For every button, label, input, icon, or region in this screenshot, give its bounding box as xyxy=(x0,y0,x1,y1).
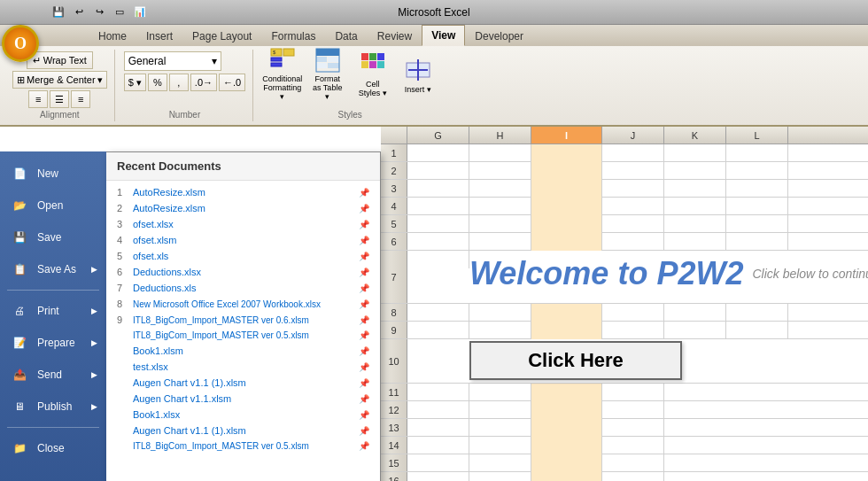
currency-button[interactable]: $ ▾ xyxy=(124,74,146,91)
menu-item-new[interactable]: 📄 New xyxy=(0,159,106,189)
menu-item-print[interactable]: 🖨 Print ▶ xyxy=(0,296,106,326)
cell-H5[interactable] xyxy=(469,215,531,233)
menu-item-send[interactable]: 📤 Send ▶ xyxy=(0,360,106,390)
cell-H3[interactable] xyxy=(469,180,531,198)
cell-I5[interactable] xyxy=(531,215,602,233)
click-here-button[interactable]: Click Here xyxy=(469,341,682,380)
increase-decimal-button[interactable]: .0→ xyxy=(190,74,217,91)
cell-K5[interactable] xyxy=(664,215,726,233)
comma-button[interactable]: , xyxy=(169,74,189,91)
recent-doc-17[interactable]: ITL8_BigCom_Import_MASTER ver 0.5.xlsm 📌 xyxy=(106,438,380,454)
cell-L8[interactable] xyxy=(726,304,788,322)
align-center-button[interactable]: ☰ xyxy=(50,90,69,108)
undo-qat-button[interactable]: ↩ xyxy=(70,4,88,21)
align-left-button[interactable]: ≡ xyxy=(28,90,48,108)
cell-I9[interactable] xyxy=(531,322,602,339)
recent-doc-2[interactable]: 2 AutoResize.xlsm 📌 xyxy=(106,200,380,216)
cell-L4[interactable] xyxy=(726,198,788,215)
cell-K2[interactable] xyxy=(664,162,726,180)
cell-J8[interactable] xyxy=(602,304,664,322)
cell-I11[interactable] xyxy=(531,384,602,401)
cell-G1[interactable] xyxy=(407,144,469,162)
menu-item-save[interactable]: 💾 Save xyxy=(0,222,106,252)
menu-item-saveas[interactable]: 📋 Save As ▶ xyxy=(0,254,106,284)
recent-doc-12[interactable]: test.xlsx 📌 xyxy=(106,359,380,375)
tab-home[interactable]: Home xyxy=(89,25,136,46)
cell-H16[interactable] xyxy=(469,472,531,481)
recent-doc-9[interactable]: 9 ITL8_BigCom_Import_MASTER ver 0.6.xlsm… xyxy=(106,312,380,328)
cell-I3[interactable] xyxy=(531,180,602,198)
cell-J1[interactable] xyxy=(602,144,664,162)
cell-I14[interactable] xyxy=(531,437,602,454)
cell-J15[interactable] xyxy=(602,454,664,472)
tab-view[interactable]: View xyxy=(422,25,465,46)
cell-I13[interactable] xyxy=(531,419,602,437)
tab-developer[interactable]: Developer xyxy=(465,25,533,46)
office-button[interactable]: O xyxy=(2,25,39,62)
cell-J6[interactable] xyxy=(602,233,664,251)
cell-L6[interactable] xyxy=(726,233,788,251)
cell-H11[interactable] xyxy=(469,384,531,401)
menu-item-prepare[interactable]: 📝 Prepare ▶ xyxy=(0,328,106,358)
align-right-button[interactable]: ≡ xyxy=(71,90,90,108)
cell-J2[interactable] xyxy=(602,162,664,180)
cell-G3[interactable] xyxy=(407,180,469,198)
tab-pagelayout[interactable]: Page Layout xyxy=(182,25,261,46)
cell-J3[interactable] xyxy=(602,180,664,198)
cell-I6[interactable] xyxy=(531,233,602,251)
cell-I1[interactable] xyxy=(531,144,602,162)
cell-K1[interactable] xyxy=(664,144,726,162)
cell-G15[interactable] xyxy=(407,454,469,472)
cell-G9[interactable] xyxy=(407,322,469,339)
cell-G6[interactable] xyxy=(407,233,469,251)
percent-button[interactable]: % xyxy=(148,74,167,91)
cell-H15[interactable] xyxy=(469,454,531,472)
cell-I12[interactable] xyxy=(531,401,602,419)
cell-G4[interactable] xyxy=(407,198,469,215)
cell-G7[interactable] xyxy=(407,251,469,268)
decrease-decimal-button[interactable]: ←.0 xyxy=(219,74,245,91)
cell-K8[interactable] xyxy=(664,304,726,322)
tab-data[interactable]: Data xyxy=(325,25,367,46)
recent-doc-15[interactable]: Book1.xlsx 📌 xyxy=(106,407,380,423)
recent-doc-3[interactable]: 3 ofset.xlsx 📌 xyxy=(106,216,380,232)
recent-doc-5[interactable]: 5 ofset.xls 📌 xyxy=(106,248,380,264)
menu-item-open[interactable]: 📂 Open xyxy=(0,190,106,221)
format-as-table-button[interactable]: Formatas Table ▾ xyxy=(307,51,347,97)
number-format-box[interactable]: General ▾ xyxy=(124,51,221,71)
cell-H6[interactable] xyxy=(469,233,531,251)
cell-H4[interactable] xyxy=(469,198,531,215)
wrap-text-button[interactable]: ↵ Wrap Text xyxy=(27,51,93,69)
cell-G16[interactable] xyxy=(407,472,469,481)
cell-G13[interactable] xyxy=(407,419,469,437)
cell-I8[interactable] xyxy=(531,304,602,322)
cell-I16[interactable] xyxy=(531,472,602,481)
recent-doc-7[interactable]: 7 Deductions.xls 📌 xyxy=(106,280,380,296)
cell-G14[interactable] xyxy=(407,437,469,454)
menu-item-publish[interactable]: 🖥 Publish ▶ xyxy=(0,392,106,422)
cell-J4[interactable] xyxy=(602,198,664,215)
cell-J12[interactable] xyxy=(602,401,664,419)
cell-J5[interactable] xyxy=(602,215,664,233)
chart-qat-button[interactable]: 📊 xyxy=(131,4,149,21)
cell-I2[interactable] xyxy=(531,162,602,180)
recent-doc-16[interactable]: Augen Chart v1.1 (1).xlsm 📌 xyxy=(106,423,380,438)
cell-J9[interactable] xyxy=(602,322,664,339)
cell-G8[interactable] xyxy=(407,304,469,322)
cell-L1[interactable] xyxy=(726,144,788,162)
cell-J14[interactable] xyxy=(602,437,664,454)
cell-G2[interactable] xyxy=(407,162,469,180)
recent-doc-13[interactable]: Augen Chart v1.1 (1).xlsm 📌 xyxy=(106,375,380,391)
cell-J16[interactable] xyxy=(602,472,664,481)
cell-K3[interactable] xyxy=(664,180,726,198)
conditional-formatting-button[interactable]: $ ConditionalFormatting ▾ xyxy=(262,51,302,97)
save-qat-button[interactable]: 💾 xyxy=(50,4,67,21)
cell-H12[interactable] xyxy=(469,401,531,419)
cell-H2[interactable] xyxy=(469,162,531,180)
cell-styles-button[interactable]: Cell Styles ▾ xyxy=(353,51,392,97)
recent-doc-11[interactable]: Book1.xlsm 📌 xyxy=(106,343,380,359)
cell-I4[interactable] xyxy=(531,198,602,215)
recent-doc-14[interactable]: Augen Chart v1.1.xlsm 📌 xyxy=(106,391,380,407)
cell-I15[interactable] xyxy=(531,454,602,472)
menu-item-close[interactable]: 📁 Close xyxy=(0,433,106,463)
